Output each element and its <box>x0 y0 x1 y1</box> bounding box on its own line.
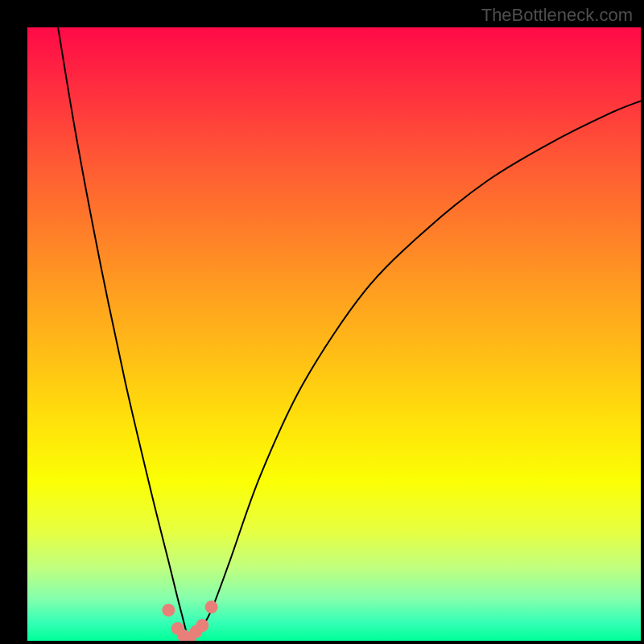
marker-cluster <box>162 601 217 641</box>
bottleneck-curve <box>58 27 641 641</box>
watermark-label: TheBottleneck.com <box>481 5 633 26</box>
marker-point <box>205 601 218 613</box>
curve-layer <box>27 27 641 641</box>
plot-area <box>27 27 641 641</box>
marker-point <box>196 619 208 632</box>
chart-container: TheBottleneck.com <box>0 0 644 644</box>
marker-point <box>162 604 175 617</box>
